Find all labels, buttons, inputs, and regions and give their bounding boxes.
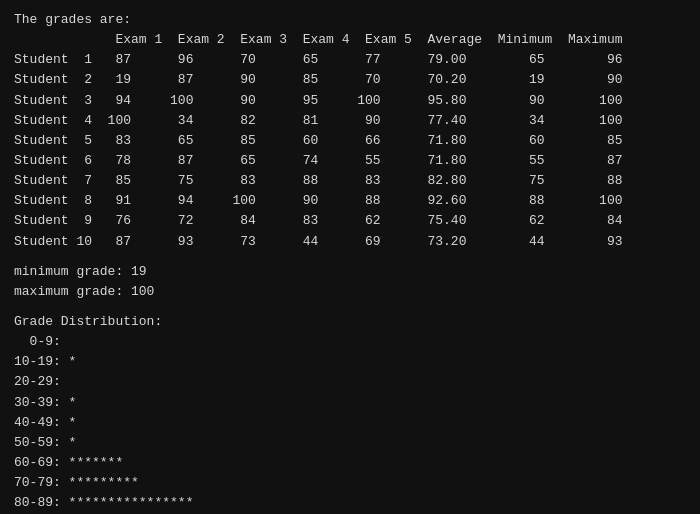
max-grade: maximum grade: 100 (14, 282, 686, 302)
distribution-rows: 0-9:10-19: *20-29:30-39: *40-49: *50-59:… (14, 332, 686, 514)
title-line: The grades are: (14, 10, 686, 30)
dist-row: 80-89: **************** (14, 493, 686, 513)
terminal: The grades are: Exam 1 Exam 2 Exam 3 Exa… (0, 0, 700, 514)
student-row: Student 8 91 94 100 90 88 92.60 88 100 (14, 191, 686, 211)
dist-row: 50-59: * (14, 433, 686, 453)
student-row: Student 5 83 65 85 60 66 71.80 60 85 (14, 131, 686, 151)
dist-row: 60-69: ******* (14, 453, 686, 473)
dist-row: 10-19: * (14, 352, 686, 372)
student-row: Student 1 87 96 70 65 77 79.00 65 96 (14, 50, 686, 70)
student-row: Student 9 76 72 84 83 62 75.40 62 84 (14, 211, 686, 231)
header-row: Exam 1 Exam 2 Exam 3 Exam 4 Exam 5 Avera… (14, 30, 686, 50)
dist-row: 40-49: * (14, 413, 686, 433)
dist-row: 70-79: ********* (14, 473, 686, 493)
student-table: Student 1 87 96 70 65 77 79.00 65 96Stud… (14, 50, 686, 251)
student-row: Student 10 87 93 73 44 69 73.20 44 93 (14, 232, 686, 252)
student-row: Student 6 78 87 65 74 55 71.80 55 87 (14, 151, 686, 171)
dist-row: 20-29: (14, 372, 686, 392)
student-row: Student 3 94 100 90 95 100 95.80 90 100 (14, 91, 686, 111)
student-row: Student 7 85 75 83 88 83 82.80 75 88 (14, 171, 686, 191)
distribution-title: Grade Distribution: (14, 312, 686, 332)
student-row: Student 2 19 87 90 85 70 70.20 19 90 (14, 70, 686, 90)
dist-row: 0-9: (14, 332, 686, 352)
student-row: Student 4 100 34 82 81 90 77.40 34 100 (14, 111, 686, 131)
min-grade: minimum grade: 19 (14, 262, 686, 282)
dist-row: 30-39: * (14, 393, 686, 413)
